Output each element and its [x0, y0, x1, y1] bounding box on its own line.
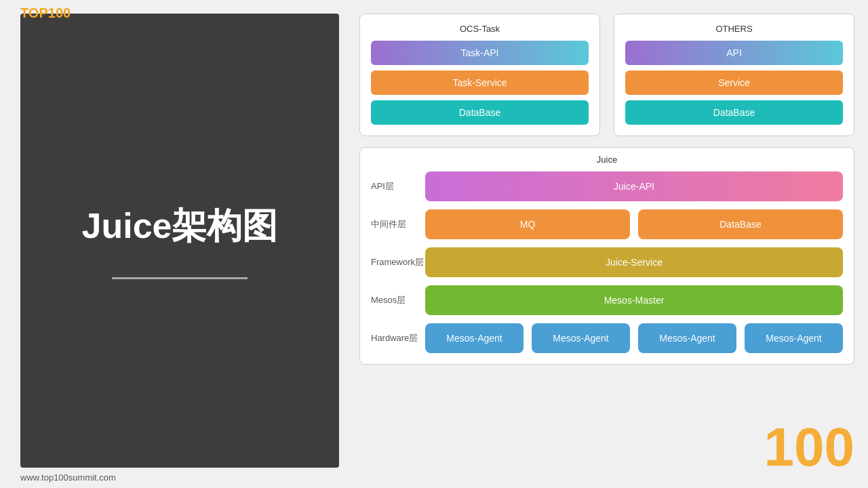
framework-layer-blocks: Juice-Service — [425, 247, 843, 277]
task-service-block: Task-Service — [371, 70, 589, 95]
watermark-100: 100 — [764, 420, 854, 474]
hardware-layer-blocks: Mesos-Agent Mesos-Agent Mesos-Agent Meso… — [425, 323, 843, 353]
api-layer-label: API层 — [371, 180, 425, 192]
middleware-layer-blocks: MQ DataBase — [425, 209, 843, 239]
mesos-layer-blocks: Mesos-Master — [425, 285, 843, 315]
juice-service-block: Juice-Service — [425, 247, 843, 277]
hardware-layer-label: Hardware层 — [371, 332, 425, 344]
hardware-row: Hardware层 Mesos-Agent Mesos-Agent Mesos-… — [371, 323, 843, 353]
task-api-block: Task-API — [371, 41, 589, 65]
service-block: Service — [625, 70, 843, 95]
middleware-database-block: DataBase — [638, 209, 843, 239]
middleware-layer-label: 中间件层 — [371, 218, 425, 230]
page-title: Juice架构图 — [82, 203, 278, 250]
right-content: OCS-Task Task-API Task-Service DataBase … — [359, 14, 854, 474]
mesos-agent-block-1: Mesos-Agent — [425, 323, 524, 353]
mesos-master-block: Mesos-Master — [425, 285, 843, 315]
juice-box: Juice API层 Juice-API 中间件层 MQ DataBase Fr… — [359, 147, 854, 365]
task-database-block: DataBase — [371, 100, 589, 125]
framework-row: Framework层 Juice-Service — [371, 247, 843, 277]
left-panel: Juice架构图 — [20, 14, 339, 468]
others-title: OTHERS — [625, 24, 843, 34]
mesos-layer-label: Mesos层 — [371, 294, 425, 306]
mq-block: MQ — [425, 209, 630, 239]
mesos-agent-block-2: Mesos-Agent — [532, 323, 630, 353]
mesos-agent-block-3: Mesos-Agent — [638, 323, 736, 353]
api-block: API — [625, 41, 843, 65]
juice-box-title: Juice — [371, 155, 843, 165]
top-logo: TOP100 — [20, 5, 71, 21]
framework-layer-label: Framework层 — [371, 256, 425, 268]
api-layer-blocks: Juice-API — [425, 171, 843, 201]
middleware-row: 中间件层 MQ DataBase — [371, 209, 843, 239]
mesos-agent-block-4: Mesos-Agent — [745, 323, 843, 353]
ocs-task-box: OCS-Task Task-API Task-Service DataBase — [359, 14, 600, 136]
footer-url: www.top100summit.com — [20, 472, 116, 483]
left-divider — [112, 277, 248, 279]
others-box: OTHERS API Service DataBase — [614, 14, 854, 136]
top-boxes-row: OCS-Task Task-API Task-Service DataBase … — [359, 14, 854, 136]
juice-api-block: Juice-API — [425, 171, 843, 201]
mesos-row: Mesos层 Mesos-Master — [371, 285, 843, 315]
others-database-block: DataBase — [625, 100, 843, 125]
juice-api-row: API层 Juice-API — [371, 171, 843, 201]
ocs-task-title: OCS-Task — [371, 24, 589, 34]
